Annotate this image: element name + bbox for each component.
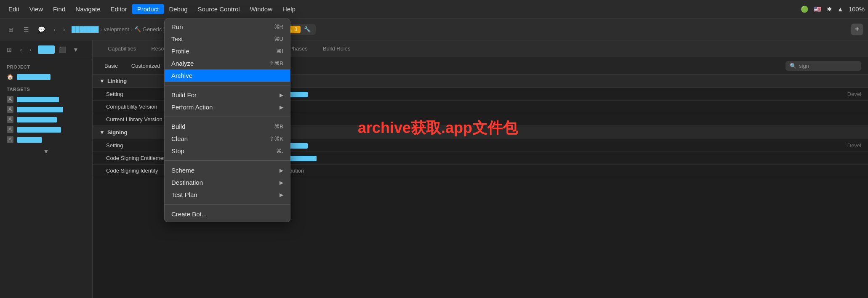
dropdown-analyze-label: Analyze [171, 60, 269, 67]
dropdown-item-stop[interactable]: Stop ⌘. [165, 145, 290, 157]
toolbar: ⊞ ☰ 💬 ‹ › ███████ › velopment › 🔨 Generi… [0, 19, 868, 40]
dropdown-run-label: Run [171, 23, 274, 30]
menu-bar: Edit View Find Navigate Editor Product D… [0, 0, 868, 19]
list-view-btn[interactable]: ☰ [20, 24, 32, 35]
sidebar-item-project[interactable]: 🏠 [0, 72, 92, 82]
dropdown-item-run[interactable]: Run ⌘R [165, 21, 290, 33]
sidebar: ⊞ ‹ › ⬛ ▼ PROJECT 🏠 TARGETS A A [0, 40, 93, 298]
dropdown-item-test[interactable]: Test ⌘U [165, 33, 290, 45]
sidebar-item-target-2[interactable]: A [0, 104, 92, 114]
search-box[interactable]: 🔍 sign [785, 61, 861, 71]
tab-build-rules[interactable]: Build Rules [316, 43, 357, 54]
dropdown-perform-arrow: ▶ [280, 104, 283, 110]
linking-label: Linking [107, 78, 127, 84]
sidebar-expand-icon[interactable]: ▼ [43, 148, 49, 155]
sidebar-item-target-5[interactable]: A [0, 135, 92, 145]
sidebar-scribble-1 [38, 45, 55, 54]
menu-item-help[interactable]: Help [277, 4, 301, 14]
breadcrumb-segment3: 🔨 Generic i [134, 26, 165, 32]
dropdown-divider-1 [165, 85, 290, 85]
sidebar-item-target-3[interactable]: A [0, 114, 92, 125]
dropdown-item-build[interactable]: Build ⌘B [165, 120, 290, 133]
target-3-icon: A [7, 116, 13, 123]
menu-item-navigate[interactable]: Navigate [70, 4, 105, 14]
wechat-icon[interactable]: 🟢 [801, 5, 809, 13]
breadcrumb: ███████ › velopment › 🔨 Generic i [72, 26, 165, 32]
sidebar-item-target-1[interactable]: A [0, 94, 92, 104]
row-value-setting: + [266, 91, 777, 97]
search-value: sign [799, 63, 809, 69]
dropdown-build-label: Build [171, 123, 274, 130]
toolbar-right: + [851, 24, 863, 35]
dropdown-profile-shortcut: ⌘I [276, 48, 283, 54]
row-value-sign-setting: + [266, 142, 777, 149]
sidebar-expand-area: ▼ [0, 145, 92, 158]
nav-back-btn[interactable]: ‹ [51, 24, 59, 35]
row-value-code-signing-identity: iOS Distribution [266, 168, 777, 174]
main-content: ⊞ ‹ › ⬛ ▼ PROJECT 🏠 TARGETS A A [0, 40, 868, 298]
dropdown-item-scheme[interactable]: Scheme ▶ [165, 164, 290, 176]
nav-forward-btn[interactable]: › [60, 24, 68, 35]
breadcrumb-segment1: ███████ [72, 26, 99, 32]
dropdown-perform-label: Perform Action [171, 104, 280, 111]
target-1-icon: A [7, 96, 13, 103]
dropdown-item-test-plan[interactable]: Test Plan ▶ [165, 189, 290, 201]
dropdown-divider-3 [165, 160, 290, 161]
project-section: PROJECT [0, 59, 92, 72]
dropdown-divider-4 [165, 204, 290, 205]
sidebar-collapse-btn[interactable]: ▼ [70, 44, 82, 56]
dropdown-item-build-for[interactable]: Build For ▶ [165, 89, 290, 101]
targets-section-label: TARGETS [7, 87, 85, 92]
targets-section: TARGETS [0, 82, 92, 94]
menu-item-window[interactable]: Window [245, 4, 277, 14]
menu-item-editor[interactable]: Editor [106, 4, 132, 14]
warning-count: 3 [295, 27, 298, 32]
dropdown-item-profile[interactable]: Profile ⌘I [165, 45, 290, 57]
add-panel-btn[interactable]: + [851, 24, 863, 35]
dropdown-build-for-arrow: ▶ [280, 92, 283, 98]
sidebar-forward-btn[interactable]: › [26, 44, 35, 56]
dropdown-section-1: Run ⌘R Test ⌘U Profile ⌘I Analyze ⇧⌘B Ar… [165, 19, 290, 83]
dropdown-item-clean[interactable]: Clean ⇧⌘K [165, 133, 290, 145]
menu-item-debug[interactable]: Debug [164, 4, 192, 14]
filter-customized-btn[interactable]: Customized [126, 61, 165, 71]
dropdown-item-destination[interactable]: Destination ▶ [165, 176, 290, 189]
comment-btn[interactable]: 💬 [35, 24, 47, 35]
sidebar-item-target-4[interactable]: A [0, 125, 92, 135]
sidebar-back-btn[interactable]: ‹ [17, 44, 25, 56]
wrench-icon[interactable]: 🔧 [304, 26, 311, 32]
sidebar-expand-btn[interactable]: ⬛ [56, 44, 68, 56]
dropdown-test-plan-arrow: ▶ [280, 192, 283, 198]
wifi-icon[interactable]: ▲ [837, 5, 844, 13]
dropdown-item-perform-action[interactable]: Perform Action ▶ [165, 101, 290, 113]
dropdown-destination-label: Destination [171, 179, 280, 186]
dropdown-build-for-label: Build For [171, 91, 280, 98]
menu-item-find[interactable]: Find [48, 4, 70, 14]
menu-item-product[interactable]: Product [132, 4, 164, 14]
search-icon: 🔍 [790, 63, 796, 69]
filter-basic-btn[interactable]: Basic [99, 61, 123, 71]
row-extra-setting: Devel [777, 91, 861, 97]
dropdown-profile-label: Profile [171, 48, 276, 55]
dropdown-archive-label: Archive [171, 72, 283, 79]
dropdown-section-4: Scheme ▶ Destination ▶ Test Plan ▶ [165, 162, 290, 202]
menu-item-edit[interactable]: Edit [3, 4, 24, 14]
grid-view-btn[interactable]: ⊞ [5, 24, 17, 35]
dropdown-section-5: Create Bot... [165, 206, 290, 222]
dropdown-item-analyze[interactable]: Analyze ⇧⌘B [165, 57, 290, 69]
breadcrumb-sep2: › [131, 26, 133, 32]
dropdown-scheme-arrow: ▶ [280, 168, 283, 173]
dropdown-item-archive[interactable]: Archive [165, 69, 290, 82]
tab-capabilities[interactable]: Capabilities [101, 43, 143, 54]
sidebar-grid-btn[interactable]: ⊞ [3, 44, 15, 56]
dropdown-item-create-bot[interactable]: Create Bot... [165, 208, 290, 220]
breadcrumb-sep1: › [100, 26, 102, 32]
sidebar-nav: ‹ › [17, 44, 35, 56]
menu-item-view[interactable]: View [24, 4, 48, 14]
bluetooth-icon[interactable]: ✱ [827, 5, 832, 13]
dropdown-test-plan-label: Test Plan [171, 191, 280, 198]
menu-item-source-control[interactable]: Source Control [193, 4, 245, 14]
flag-icon[interactable]: 🇺🇸 [814, 5, 822, 13]
sidebar-toolbar: ⊞ ‹ › ⬛ ▼ [0, 40, 92, 59]
project-section-label: PROJECT [7, 64, 85, 69]
